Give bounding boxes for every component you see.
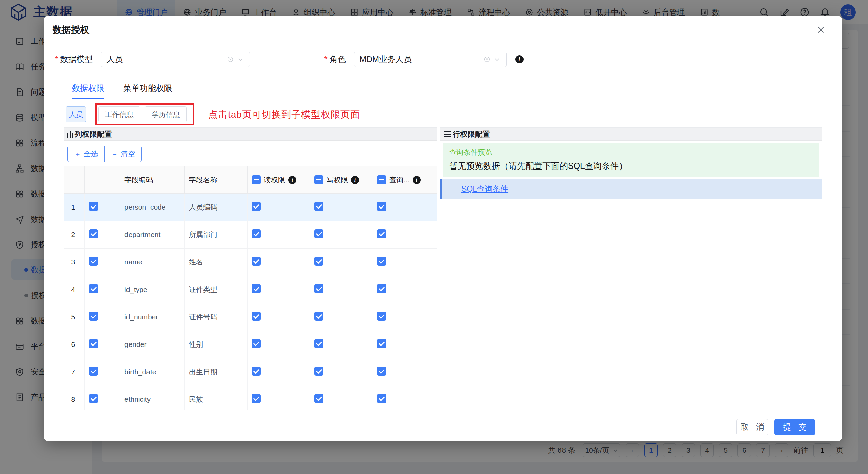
columns-icon: [67, 131, 73, 138]
sql-condition-row: SQL查询条件: [440, 179, 822, 199]
table-row[interactable]: 5 id_number 证件号码: [64, 303, 437, 331]
sql-condition-link[interactable]: SQL查询条件: [461, 184, 508, 194]
query-preview-empty-text: 暂无预览数据（请先配置下面的SQL查询条件）: [449, 160, 813, 172]
field-name-cell: 证件号码: [185, 303, 248, 331]
rows-icon: [444, 131, 451, 137]
tab-menu-function-permission[interactable]: 菜单功能权限: [123, 83, 172, 99]
clear-icon[interactable]: [226, 56, 234, 63]
table-row[interactable]: 4 id_type 证件类型: [64, 276, 437, 303]
write-permission-header: 写权限: [310, 166, 373, 194]
field-name-cell: 性别: [185, 331, 248, 358]
read-permission-checkbox[interactable]: [252, 229, 261, 238]
table-row[interactable]: 3 name 姓名: [64, 249, 437, 276]
subtab-work-info[interactable]: 工作信息: [98, 106, 140, 122]
query-permission-checkbox[interactable]: [377, 339, 386, 348]
query-permission-checkbox[interactable]: [377, 229, 386, 238]
field-code-cell: person_code: [120, 194, 185, 221]
read-permission-checkbox[interactable]: [252, 257, 261, 266]
row-index: 4: [64, 276, 85, 303]
write-select-all-checkbox[interactable]: [314, 175, 323, 184]
field-code-cell: name: [120, 249, 185, 276]
form-row: * 数据模型 人员 * 角色 MDM业务人员: [55, 52, 822, 67]
role-value: MDM业务人员: [360, 54, 483, 65]
subtab-person[interactable]: 人员: [66, 106, 86, 122]
query-select-all-checkbox[interactable]: [377, 175, 386, 184]
row-select-checkbox[interactable]: [89, 202, 98, 211]
query-permission-checkbox[interactable]: [377, 394, 386, 403]
row-select-checkbox[interactable]: [89, 229, 98, 238]
close-icon[interactable]: [815, 24, 827, 36]
read-permission-checkbox[interactable]: [252, 284, 261, 293]
clear-all-label: 清空: [121, 149, 135, 159]
field-name-cell: 出生日期: [185, 358, 248, 386]
read-permission-checkbox[interactable]: [252, 339, 261, 348]
table-row[interactable]: 2 department 所属部门: [64, 221, 437, 249]
modal-title: 数据授权: [53, 24, 89, 36]
row-select-checkbox[interactable]: [89, 312, 98, 321]
query-header-label: 查询...: [389, 175, 410, 185]
cancel-button[interactable]: 取 消: [736, 419, 768, 435]
row-select-checkbox[interactable]: [89, 394, 98, 403]
read-select-all-checkbox[interactable]: [252, 175, 261, 184]
row-select-checkbox[interactable]: [89, 257, 98, 266]
required-asterisk: *: [55, 55, 58, 64]
write-permission-checkbox[interactable]: [314, 202, 323, 211]
clear-icon[interactable]: [483, 56, 491, 63]
query-info-icon[interactable]: [413, 176, 421, 184]
write-permission-checkbox[interactable]: [314, 257, 323, 266]
role-info-icon[interactable]: [515, 55, 524, 63]
column-panel-header: 列权限配置: [64, 128, 437, 141]
read-permission-checkbox[interactable]: [252, 394, 261, 403]
select-all-button[interactable]: 全选: [68, 146, 104, 162]
query-permission-checkbox[interactable]: [377, 312, 386, 321]
write-permission-checkbox[interactable]: [314, 284, 323, 293]
query-preview-title: 查询条件预览: [449, 147, 813, 157]
row-select-checkbox[interactable]: [89, 367, 98, 376]
column-panel-toolbar: 全选 清空: [64, 141, 437, 166]
row-select-checkbox[interactable]: [89, 339, 98, 348]
field-name-header: 字段名称: [185, 166, 248, 194]
tab-data-permission[interactable]: 数据权限: [72, 83, 104, 99]
minus-icon: [111, 150, 118, 159]
row-index: 7: [64, 358, 85, 386]
modal-tabs: 数据权限 菜单功能权限: [64, 83, 822, 99]
read-permission-header: 读权限: [248, 166, 310, 194]
field-code-cell: ethnicity: [120, 386, 185, 411]
read-permission-checkbox[interactable]: [252, 312, 261, 321]
screen: 主数据 管理门户 业务门户 工作台 组织中心 应用中心: [0, 0, 868, 474]
table-row[interactable]: 8 ethnicity 民族: [64, 386, 437, 411]
role-select[interactable]: MDM业务人员: [354, 52, 507, 67]
query-preview-box: 查询条件预览 暂无预览数据（请先配置下面的SQL查询条件）: [443, 143, 819, 177]
query-permission-checkbox[interactable]: [377, 284, 386, 293]
subtab-education-info[interactable]: 学历信息: [145, 106, 187, 122]
query-permission-checkbox[interactable]: [377, 257, 386, 266]
query-permission-checkbox[interactable]: [377, 202, 386, 211]
field-code-cell: birth_date: [120, 358, 185, 386]
table-row[interactable]: 6 gender 性别: [64, 331, 437, 358]
read-permission-checkbox[interactable]: [252, 202, 261, 211]
write-permission-checkbox[interactable]: [314, 394, 323, 403]
field-code-cell: gender: [120, 331, 185, 358]
sub-model-tabs: 人员 工作信息 学历信息 点击tab页可切换到子模型权限页面: [64, 106, 822, 122]
query-permission-checkbox[interactable]: [377, 367, 386, 376]
write-permission-checkbox[interactable]: [314, 367, 323, 376]
row-select-checkbox[interactable]: [89, 284, 98, 293]
write-permission-checkbox[interactable]: [314, 229, 323, 238]
write-permission-checkbox[interactable]: [314, 339, 323, 348]
data-model-select[interactable]: 人员: [101, 52, 250, 67]
field-name-cell: 证件类型: [185, 276, 248, 303]
write-info-icon[interactable]: [351, 176, 359, 184]
table-row[interactable]: 1 person_code 人员编码: [64, 194, 437, 221]
permission-table-container[interactable]: 字段编码 字段名称 读权限 写权限 查询...: [64, 166, 437, 410]
data-model-label: 数据模型: [60, 54, 93, 65]
column-permission-panel: 列权限配置 全选 清空: [64, 127, 437, 411]
write-permission-checkbox[interactable]: [314, 312, 323, 321]
clear-all-button[interactable]: 清空: [104, 146, 141, 162]
read-info-icon[interactable]: [288, 176, 296, 184]
submit-button[interactable]: 提 交: [774, 419, 815, 435]
table-row[interactable]: 7 birth_date 出生日期: [64, 358, 437, 386]
read-permission-checkbox[interactable]: [252, 367, 261, 376]
select-buttons-group: 全选 清空: [67, 146, 142, 162]
row-index: 2: [64, 221, 85, 249]
modal-body: * 数据模型 人员 * 角色 MDM业务人员: [44, 52, 842, 411]
